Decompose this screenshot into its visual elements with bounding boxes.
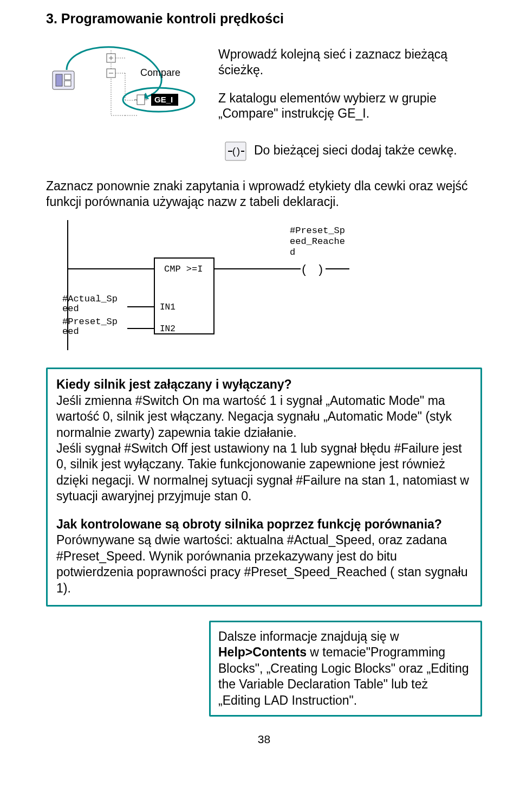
svg-text:eed: eed [62, 326, 79, 337]
svg-text:eed_Reache: eed_Reache [290, 236, 345, 247]
svg-text:#Preset_Sp: #Preset_Sp [290, 225, 345, 236]
intro-block-1: Compare GE_I Wprowadź kolejną sieć i zaz… [46, 34, 482, 134]
section-title: 3. Programowanie kontroli prędkości [46, 11, 482, 27]
svg-text:#Actual_Sp: #Actual_Sp [62, 294, 118, 304]
intro-paragraph-1: Wprowadź kolejną sieć i zaznacz bieżącą … [218, 47, 482, 78]
svg-text:IN1: IN1 [160, 302, 176, 312]
tree-item-label: GE_I [154, 95, 173, 104]
svg-text:): ) [237, 146, 240, 157]
frame-p2: Porównywane są dwie wartości: aktualna #… [56, 533, 467, 595]
relabel-instruction: Zaznacz ponownie znaki zapytania i wprow… [46, 178, 482, 210]
svg-rect-2 [64, 74, 71, 80]
coil-instruction: Do bieżącej sieci dodaj także cewkę. [254, 143, 457, 158]
svg-rect-3 [64, 81, 71, 86]
frame-q2: Jak kontrolowane są obroty silnika poprz… [56, 517, 442, 531]
svg-text:#Preset_Sp: #Preset_Sp [62, 317, 118, 327]
coil-icon: ( ) [225, 141, 246, 161]
help-callout: Dalsze informacje znajdują się w Help>Co… [209, 621, 482, 717]
intro-block-2: ( ) Do bieżącej sieci dodaj także cewkę. [46, 141, 482, 171]
svg-text:eed: eed [62, 304, 79, 314]
frame-p1: Jeśli zmienna #Switch On ma wartość 1 i … [56, 394, 452, 440]
svg-text:(: ( [232, 146, 236, 157]
intro-paragraph-2: Z katalogu elementów wybierz w grupie „C… [218, 91, 482, 122]
svg-text:d: d [290, 247, 295, 257]
svg-text:(: ( [301, 263, 308, 277]
svg-text:CMP >=I: CMP >=I [164, 264, 203, 274]
frame-p1b: Jeśli sygnał #Switch Off jest ustawiony … [56, 441, 469, 503]
catalog-tree-diagram: Compare GE_I [46, 34, 203, 126]
explanation-frame: Kiedy silnik jest załączany i wyłączany?… [46, 368, 482, 607]
svg-text:): ) [317, 263, 324, 277]
ladder-diagram: CMP >=I IN1 IN2 ( ) #Preset_Sp eed_Reach… [46, 215, 393, 356]
svg-rect-17 [137, 95, 145, 105]
svg-rect-1 [56, 74, 62, 86]
tree-group-label: Compare [140, 67, 180, 78]
svg-text:IN2: IN2 [160, 324, 176, 334]
callout-text-a: Dalsze informacje znajdują się w [218, 629, 399, 643]
callout-help-path: Help>Contents [218, 645, 307, 659]
frame-q1: Kiedy silnik jest załączany i wyłączany? [56, 377, 292, 391]
page-number: 38 [46, 733, 482, 746]
